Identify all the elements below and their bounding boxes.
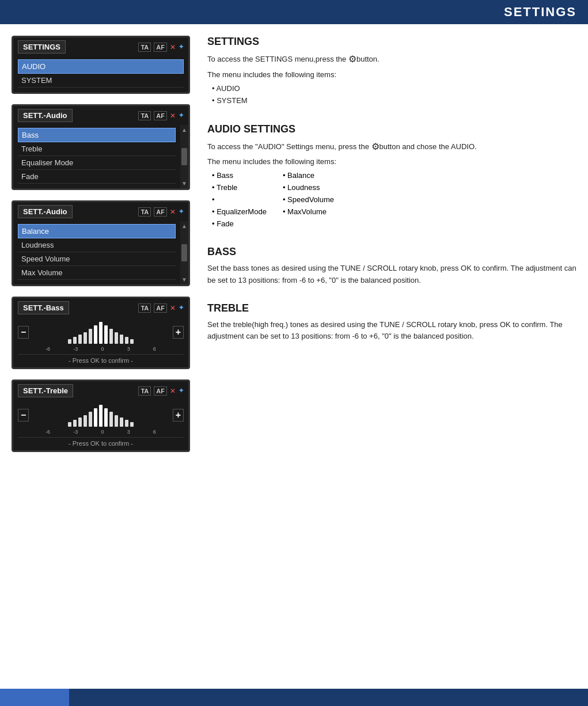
screen-title-1: SETTINGS <box>18 40 66 54</box>
t-label-pos6: 6 <box>153 429 156 435</box>
audio-settings-intro: To access the "AUDIO" Settings menu, pre… <box>207 140 576 154</box>
eq-bar-13 <box>130 339 134 344</box>
menu-item-equaliser[interactable]: Equaliser Mode <box>18 156 176 170</box>
bass-eq-bars <box>32 321 169 344</box>
scrollbar-2[interactable]: ▲ ▼ <box>180 125 188 188</box>
ta-icon-2: TA <box>138 111 151 120</box>
screen-with-scroll-2: Bass Treble Equaliser Mode Fade ▲ ▼ <box>13 125 188 188</box>
scroll-up-3[interactable]: ▲ <box>181 223 187 229</box>
t-label-neg3: -3 <box>73 429 78 435</box>
settings-item-audio: AUDIO <box>212 83 576 95</box>
menu-item-fade[interactable]: Fade <box>18 170 176 184</box>
mute-icon-3: ✕ <box>170 208 176 216</box>
audio-settings-screen-2: SETT.-Audio TA AF ✕ ✦ Balance Loudness S… <box>12 200 190 286</box>
settings-menu-intro: The menu includes the following items: <box>207 69 576 81</box>
screen-body-1: AUDIO SYSTEM <box>13 56 188 92</box>
af-icon: AF <box>154 43 167 52</box>
audio-col2: Balance Loudness SpeedVolume MaxVolume <box>283 170 334 230</box>
gear-icon-2: ⚙ <box>371 140 380 154</box>
mute-icon-4: ✕ <box>170 304 176 312</box>
menu-item-loudness[interactable]: Loudness <box>18 238 176 252</box>
audio-col1: Bass Treble EqualizerMode Fade <box>212 170 267 230</box>
page-header: SETTINGS <box>0 0 588 24</box>
screen-with-scroll-3: Balance Loudness Speed Volume Max Volume… <box>13 221 188 284</box>
eq-bar-1 <box>68 339 71 344</box>
teq-bar-2 <box>73 420 77 427</box>
label-neg6: -6 <box>45 346 50 352</box>
bass-confirm-text: - Press OK to confirm - <box>18 354 184 364</box>
teq-bar-8 <box>104 408 108 427</box>
teq-bar-6 <box>94 408 97 427</box>
treble-eq-body: − <box>13 400 188 450</box>
t-label-0: 0 <box>101 429 104 435</box>
settings-section-title: SETTINGS <box>207 36 576 48</box>
right-column: SETTINGS To access the SETTINGS menu,pre… <box>202 36 576 452</box>
scroll-down-2[interactable]: ▼ <box>181 180 187 187</box>
eq-bar-6 <box>94 325 97 344</box>
screen-icons-1: TA AF ✕ ✦ <box>138 43 184 52</box>
teq-bar-4 <box>84 415 87 427</box>
label-neg3: -3 <box>73 346 78 352</box>
page-title: SETTINGS <box>504 5 576 19</box>
eq-bar-9 <box>109 329 113 344</box>
menu-item-balance[interactable]: Balance <box>18 224 176 238</box>
screen-header-4: SETT.-Bass TA AF ✕ ✦ <box>13 298 188 317</box>
item-treble: Treble <box>212 182 267 194</box>
treble-eq-bars <box>32 404 169 427</box>
menu-item-system[interactable]: SYSTEM <box>18 74 184 88</box>
page-footer <box>0 689 588 706</box>
teq-bar-12 <box>125 420 128 427</box>
scrollbar-3[interactable]: ▲ ▼ <box>180 221 188 284</box>
scroll-up-2[interactable]: ▲ <box>181 127 187 133</box>
menu-item-treble[interactable]: Treble <box>18 142 176 156</box>
bass-eq-body: − <box>13 317 188 367</box>
audio-bullets: Bass Treble EqualizerMode Fade Balance L… <box>207 170 576 230</box>
settings-bullet-list: AUDIO SYSTEM <box>212 83 576 107</box>
mute-icon: ✕ <box>170 43 176 51</box>
bt-icon: ✦ <box>179 43 184 51</box>
bass-section-title: BASS <box>207 246 576 258</box>
menu-item-speed-volume[interactable]: Speed Volume <box>18 252 176 266</box>
af-icon-4: AF <box>154 303 167 313</box>
scroll-thumb-2 <box>181 148 187 165</box>
label-0: 0 <box>101 346 104 352</box>
treble-slider-row: − <box>18 404 184 427</box>
screen-header-5: SETT.-Treble TA AF ✕ ✦ <box>13 381 188 400</box>
bass-slider-row: − <box>18 321 184 344</box>
teq-bar-5 <box>89 412 92 427</box>
treble-section-text: Set the treble(high freq.) tones as desi… <box>207 319 576 342</box>
menu-item-bass[interactable]: Bass <box>18 128 176 142</box>
settings-item-system: SYSTEM <box>212 95 576 107</box>
treble-minus-button[interactable]: − <box>18 409 29 422</box>
teq-bar-9 <box>109 412 113 427</box>
bass-minus-button[interactable]: − <box>18 326 29 339</box>
scroll-down-3[interactable]: ▼ <box>181 276 187 283</box>
footer-accent <box>0 689 69 706</box>
teq-bar-7 <box>99 405 103 427</box>
treble-plus-button[interactable]: + <box>173 409 184 422</box>
eq-bar-11 <box>120 335 123 344</box>
item-max-vol: MaxVolume <box>283 206 334 218</box>
eq-bar-7 <box>99 322 103 344</box>
teq-bar-13 <box>130 422 134 427</box>
bt-icon-3: ✦ <box>179 208 184 215</box>
screen-title-5: SETT.-Treble <box>18 384 73 397</box>
item-loudness: Loudness <box>283 182 334 194</box>
label-pos6: 6 <box>153 346 156 352</box>
treble-eq-labels: -6 -3 0 3 6 <box>18 429 184 435</box>
treble-section: TREBLE Set the treble(high freq.) tones … <box>207 302 576 342</box>
t-label-pos3: 3 <box>127 429 130 435</box>
bass-plus-button[interactable]: + <box>173 326 184 339</box>
ta-icon-3: TA <box>138 207 151 217</box>
audio-settings-section: AUDIO SETTINGS To access the "AUDIO" Set… <box>207 123 576 230</box>
item-bass: Bass <box>212 170 267 182</box>
bt-icon-4: ✦ <box>179 304 184 312</box>
af-icon-2: AF <box>154 111 167 120</box>
menu-item-max-volume[interactable]: Max Volume <box>18 266 176 280</box>
teq-bar-3 <box>78 417 82 427</box>
eq-bar-4 <box>84 332 87 344</box>
eq-bar-10 <box>115 332 118 344</box>
menu-item-audio[interactable]: AUDIO <box>18 59 184 74</box>
left-column: SETTINGS TA AF ✕ ✦ AUDIO SYSTEM SETT.-Au… <box>12 36 190 452</box>
audio-menu-intro: The menu includes the following items: <box>207 156 576 168</box>
